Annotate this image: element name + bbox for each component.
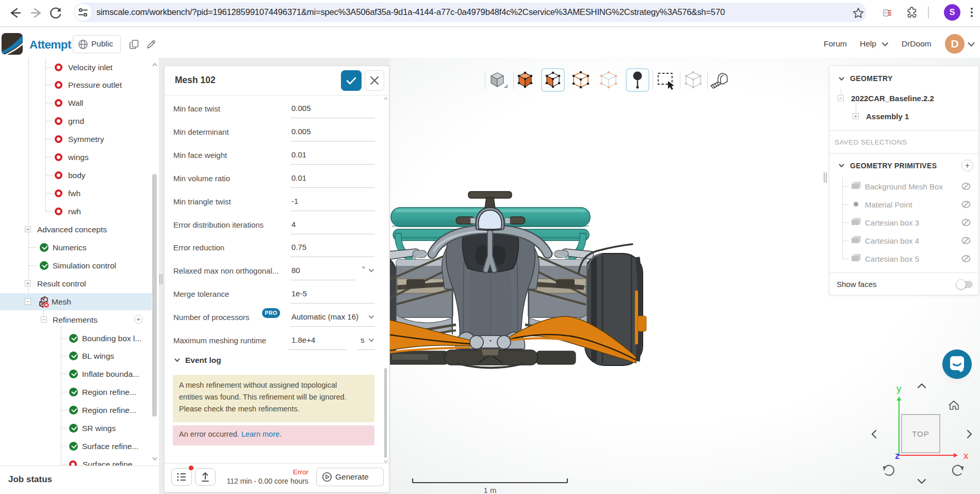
svg-text:x: x xyxy=(963,450,969,461)
svg-text:y: y xyxy=(896,383,902,394)
svg-text:z: z xyxy=(895,450,900,461)
svg-text:TOP: TOP xyxy=(912,429,929,438)
